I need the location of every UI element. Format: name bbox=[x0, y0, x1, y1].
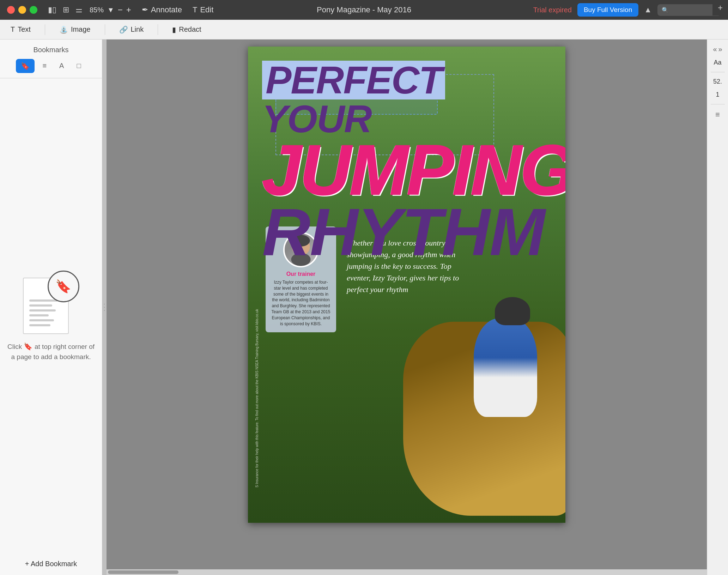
font-aa-label: Aa bbox=[714, 59, 721, 66]
content-area: S Insurance for their help with this fea… bbox=[107, 40, 707, 575]
page-number-display: 52. bbox=[713, 78, 722, 85]
bookmark-circle: 🔖 bbox=[48, 271, 79, 302]
doc-line-1 bbox=[29, 299, 57, 302]
toolbar-divider-3 bbox=[158, 24, 158, 35]
collapse-arrows-area: « » bbox=[713, 45, 722, 53]
page-sub-display: 1 bbox=[716, 91, 719, 98]
buy-full-version-button[interactable]: Buy Full Version bbox=[577, 3, 638, 17]
fonts-tab[interactable]: A bbox=[54, 59, 69, 73]
redact-tool-button[interactable]: ▮ Redact bbox=[172, 25, 201, 34]
doc-line-3 bbox=[29, 309, 56, 311]
window-controls: ▮▯ ⊞ ⚌ bbox=[48, 5, 83, 14]
bookmarks-empty-state: 🔖 Click 🔖 at top right corner of a page … bbox=[0, 78, 102, 554]
image-tool-button[interactable]: ⛲ Image bbox=[59, 25, 91, 34]
horizontal-scrollbar[interactable] bbox=[107, 569, 707, 575]
trial-expired-label: Trial expired bbox=[533, 6, 572, 14]
link-tool-button[interactable]: 🔗 Link bbox=[119, 25, 144, 34]
panel-resize-handle[interactable]: · · · bbox=[102, 40, 107, 575]
window-title: Pony Magazine - May 2016 bbox=[317, 5, 411, 14]
horse-rider-image bbox=[382, 276, 565, 523]
outline-tab[interactable]: ≡ bbox=[37, 59, 51, 73]
search-input[interactable] bbox=[672, 6, 714, 14]
text-tool-icon: T bbox=[11, 25, 15, 34]
doc-line-6 bbox=[29, 324, 50, 326]
main-layout: Bookmarks 🔖 ≡ A □ bbox=[0, 40, 728, 575]
bookmark-hint: Click 🔖 at top right corner of a page to… bbox=[0, 341, 102, 362]
scrollbar-thumb[interactable] bbox=[108, 570, 178, 574]
grid-view-icon[interactable]: ⊞ bbox=[63, 5, 69, 14]
text-edit-icon: T bbox=[193, 5, 197, 14]
close-button[interactable] bbox=[7, 6, 15, 14]
right-panel-divider-1 bbox=[711, 72, 725, 72]
list-view-icon[interactable]: ⚌ bbox=[75, 5, 83, 14]
titlebar: ▮▯ ⊞ ⚌ 85% ▼ − + ✒ Annotate T Edit Pony … bbox=[0, 0, 728, 20]
bookmarks-tab[interactable]: 🔖 bbox=[16, 59, 35, 73]
zoom-value: 85% bbox=[90, 6, 104, 14]
bookmarks-sidebar: Bookmarks 🔖 ≡ A □ bbox=[0, 40, 102, 575]
doc-line-4 bbox=[29, 314, 49, 316]
zoom-minus-button[interactable]: − bbox=[118, 5, 123, 15]
toolbar-divider-2 bbox=[105, 24, 105, 35]
headline-rhythm: RHYTHM bbox=[262, 202, 544, 262]
collapse-right-icon[interactable]: » bbox=[718, 45, 722, 53]
bookmark-illustration: 🔖 bbox=[23, 271, 79, 334]
pages-tab[interactable]: □ bbox=[72, 59, 86, 73]
add-bookmark-button[interactable]: + Add Bookmark bbox=[25, 554, 77, 575]
collapse-left-icon[interactable]: « bbox=[713, 45, 717, 53]
pen-icon: ✒ bbox=[142, 5, 148, 14]
search-box[interactable]: 🔍 bbox=[657, 4, 721, 16]
rhythm-text: RHYTHM bbox=[262, 202, 544, 262]
side-text: S Insurance for their help with this fea… bbox=[255, 188, 262, 488]
right-panel: « » Aa 52. 1 ≡ bbox=[707, 40, 728, 575]
image-tool-icon: ⛲ bbox=[59, 25, 68, 34]
traffic-lights bbox=[7, 6, 37, 14]
zoom-plus-button[interactable]: + bbox=[126, 5, 131, 15]
sidebar-tabs: 🔖 ≡ A □ bbox=[0, 59, 102, 78]
link-tool-icon: 🔗 bbox=[119, 25, 128, 34]
maximize-button[interactable] bbox=[30, 6, 37, 14]
jumping-text: JUMPING bbox=[262, 138, 544, 202]
document-lines bbox=[29, 299, 57, 326]
doc-line-5 bbox=[29, 319, 54, 321]
doc-line-2 bbox=[29, 304, 52, 307]
zoom-control: 85% ▼ − + bbox=[90, 5, 131, 15]
lines-icon[interactable]: ≡ bbox=[715, 110, 720, 119]
edit-toolbar: T Text ⛲ Image 🔗 Link ▮ Redact bbox=[0, 20, 728, 40]
search-icon: 🔍 bbox=[662, 7, 669, 13]
perfect-text: PERFECT bbox=[262, 61, 445, 99]
trainer-title: Our trainer bbox=[271, 271, 330, 277]
bookmarks-title: Bookmarks bbox=[33, 40, 68, 59]
annotate-button[interactable]: ✒ Annotate bbox=[142, 5, 182, 14]
page-title-area: PERFECT YOUR JUMPING RHYTHM bbox=[262, 61, 544, 262]
edit-button[interactable]: T Edit bbox=[193, 5, 213, 14]
trainer-description: Izzy Taylor competes at four-star level … bbox=[271, 279, 330, 327]
redact-tool-icon: ▮ bbox=[172, 25, 176, 34]
headline-line1: PERFECT YOUR bbox=[262, 61, 544, 138]
hint-bookmark-icon: 🔖 bbox=[24, 343, 35, 350]
headline-jumping: JUMPING bbox=[262, 138, 544, 202]
new-tab-button[interactable]: + bbox=[712, 0, 728, 16]
bookmark-icon: 🔖 bbox=[55, 279, 71, 294]
toolbar-divider bbox=[45, 24, 45, 35]
zoom-chevron-icon[interactable]: ▼ bbox=[107, 6, 114, 14]
minimize-button[interactable] bbox=[18, 6, 26, 14]
page-wrapper: S Insurance for their help with this fea… bbox=[107, 40, 707, 569]
text-tool-button[interactable]: T Text bbox=[11, 25, 31, 34]
titlebar-right: Trial expired Buy Full Version ▲ 🔍 bbox=[533, 3, 721, 17]
annotate-edit-controls: ✒ Annotate T Edit bbox=[142, 5, 213, 14]
pdf-page: S Insurance for their help with this fea… bbox=[248, 47, 565, 523]
sidebar-toggle-icon[interactable]: ▮▯ bbox=[48, 5, 56, 14]
right-panel-divider-2 bbox=[711, 104, 725, 104]
share-icon[interactable]: ▲ bbox=[644, 5, 652, 14]
